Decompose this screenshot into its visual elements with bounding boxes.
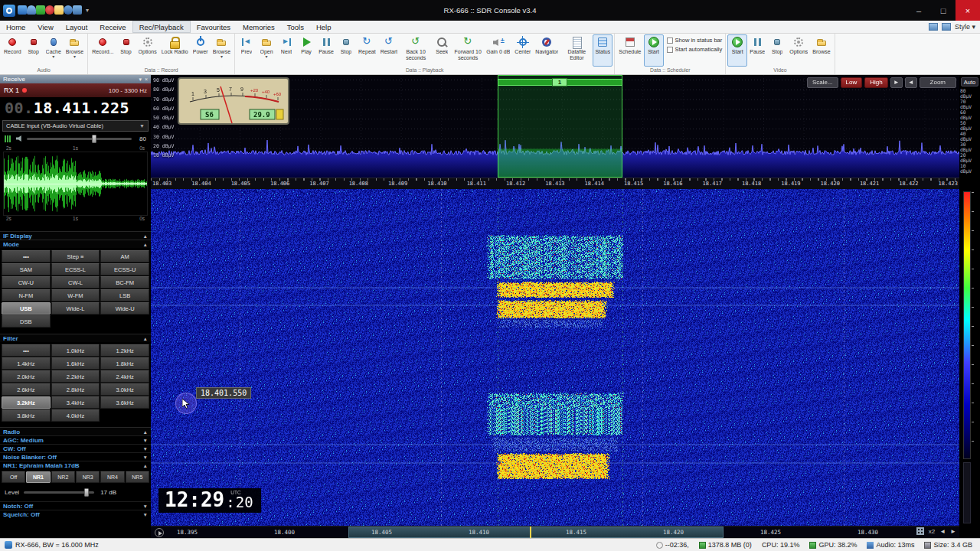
mode-button[interactable]: Wide-U — [100, 302, 149, 315]
ribbon-button-center[interactable]: Center — [512, 34, 533, 67]
ribbon-button-power[interactable]: Power — [191, 34, 211, 67]
filter-button[interactable]: 2.8kHz — [51, 383, 100, 396]
mode-button[interactable]: DSB — [2, 315, 51, 328]
section-if-display[interactable]: IF Display▲ — [0, 231, 151, 240]
collapse-icon[interactable]: ▼ — [143, 504, 148, 509]
panel-close-icon[interactable]: × — [145, 77, 148, 83]
ribbon-button-gain-0-db[interactable]: Gain 0 dB — [484, 34, 512, 67]
speaker-icon[interactable] — [16, 135, 23, 142]
mode-button[interactable]: Step ≡ — [51, 250, 100, 262]
ribbon-button-pause[interactable]: Pause — [316, 34, 336, 67]
mode-button[interactable]: W-FM — [51, 289, 100, 302]
quickaccess-caret-icon[interactable]: ▾ — [86, 7, 89, 14]
radio-option-row[interactable]: Noise Blanker: Off▼ — [0, 452, 151, 461]
monitor-icon[interactable] — [18, 5, 27, 15]
filter-button[interactable]: 3.0kHz — [100, 383, 149, 396]
record-icon[interactable] — [45, 5, 54, 15]
mode-button[interactable]: LSB — [100, 289, 149, 302]
collapse-icon[interactable]: ▼ — [143, 446, 148, 452]
ribbon-button-prev[interactable]: Prev — [237, 34, 256, 67]
users-icon[interactable] — [27, 5, 36, 15]
filter-button[interactable]: 4.0kHz — [51, 409, 100, 422]
overview-prev-icon[interactable]: ◄ — [939, 528, 946, 535]
mode-button[interactable]: ••• — [2, 250, 51, 262]
collapse-icon[interactable]: ▲ — [143, 463, 148, 468]
nr-level-slider-thumb[interactable] — [84, 488, 89, 497]
checkbox-start-automatically[interactable]: Start automatically — [667, 46, 723, 53]
filter-button[interactable]: 2.4kHz — [100, 370, 149, 383]
selection-tag[interactable]: 1 — [552, 78, 567, 86]
radio-option-row[interactable]: CW: Off▼ — [0, 444, 151, 452]
ribbon-button-back-10-seconds[interactable]: Back 10 seconds — [400, 34, 432, 67]
ribbon-button-cache[interactable]: Cache▾ — [44, 34, 64, 67]
ribbon-button-status[interactable]: Status — [593, 34, 612, 67]
ribbon-button-next[interactable]: Next — [276, 34, 296, 67]
menu-item[interactable]: Rec/Playback — [132, 21, 191, 33]
ribbon-button-pause[interactable]: Pause — [747, 34, 767, 67]
mode-button[interactable]: Wide-L — [51, 302, 100, 315]
radio-option-row[interactable]: Notch: Off▼ — [0, 501, 151, 510]
filter-button[interactable]: 3.8kHz — [2, 409, 51, 422]
noise-reduction-button[interactable]: NR5 — [126, 471, 149, 483]
audio-device-select[interactable]: CABLE Input (VB-Audio Virtual Cable) ▼ — [2, 120, 149, 132]
menu-item[interactable]: Help — [310, 21, 338, 33]
collapse-icon[interactable]: ▼ — [143, 438, 148, 443]
noise-reduction-button[interactable]: NR4 — [100, 471, 124, 483]
folder-icon[interactable] — [54, 5, 64, 15]
section-mode[interactable]: Mode▲ — [0, 240, 151, 248]
filter-button[interactable]: 3.2kHz — [2, 396, 51, 409]
menu-item[interactable]: Favourites — [191, 21, 237, 33]
ribbon-button-record[interactable]: Record... — [90, 34, 116, 67]
spectrum-toolbar-button[interactable]: ◄ — [905, 77, 917, 88]
filter-button[interactable]: 1.2kHz — [100, 344, 149, 357]
minimize-button[interactable]: – — [906, 0, 931, 21]
menu-item[interactable]: Home — [0, 21, 31, 33]
checkbox-show-in-status-bar[interactable]: Show in status bar — [667, 37, 723, 44]
menu-item[interactable]: Memories — [237, 21, 281, 33]
filter-button[interactable]: 2.0kHz — [2, 370, 51, 383]
ribbon-button-browse[interactable]: Browse▾ — [211, 34, 233, 67]
ribbon-button-start[interactable]: Start — [644, 34, 664, 67]
nr-level-slider[interactable] — [24, 491, 94, 494]
noise-reduction-button[interactable]: Off — [2, 471, 25, 483]
overview-grid-icon[interactable] — [916, 527, 924, 535]
collapse-icon[interactable]: ▲ — [143, 242, 148, 247]
volume-slider-thumb[interactable] — [92, 135, 96, 143]
checkbox-box-icon[interactable] — [667, 47, 673, 53]
noise-reduction-button[interactable]: NR1 — [26, 471, 50, 483]
collapse-icon[interactable]: ▲ — [143, 429, 148, 435]
mode-button[interactable]: ECSS-L — [51, 263, 100, 276]
ribbon-button-repeat[interactable]: Repeat — [356, 34, 378, 67]
mode-button[interactable]: SAM — [2, 263, 51, 276]
ribbon-button-record[interactable]: Record — [2, 34, 24, 67]
spectrum-toolbar-button[interactable]: Zoom — [920, 77, 956, 88]
checkbox-box-icon[interactable] — [667, 37, 673, 44]
ribbon-button-options[interactable]: Options — [787, 34, 810, 67]
style-menu[interactable]: Style ▾ — [955, 23, 975, 31]
panel-pin-icon[interactable]: ▾ — [139, 77, 142, 83]
frequency-display[interactable]: 00.18.411.225 — [0, 97, 151, 118]
ribbon-button-navigator[interactable]: Navigator — [533, 34, 560, 67]
ribbon-button-play[interactable]: Play — [296, 34, 316, 67]
mode-button[interactable]: ECSS-U — [100, 263, 149, 276]
filter-button[interactable]: ••• — [2, 344, 51, 357]
collapse-icon[interactable]: ▲ — [143, 233, 148, 239]
mode-button[interactable]: BC-FM — [100, 276, 149, 289]
waterfall-display[interactable] — [151, 189, 959, 526]
ribbon-button-browse[interactable]: Browse — [810, 34, 832, 67]
filter-button[interactable]: 3.6kHz — [100, 396, 149, 409]
ribbon-button-lock-radio[interactable]: Lock Radio — [159, 34, 191, 67]
frequency-ruler[interactable]: 18.40318.40418.40518.40618.40718.40818.4… — [151, 178, 959, 189]
collapse-icon[interactable]: ▲ — [143, 336, 148, 341]
ribbon-button-stop[interactable]: Stop — [116, 34, 136, 67]
ribbon-button-open[interactable]: Open▾ — [256, 34, 276, 67]
section-filter[interactable]: Filter▲ — [0, 334, 151, 342]
audio-icon[interactable] — [36, 5, 45, 15]
ribbon-button-start[interactable]: Start — [727, 34, 747, 67]
mode-button[interactable]: AM — [100, 250, 149, 262]
noise-reduction-button[interactable]: NR2 — [51, 471, 75, 483]
ribbon-button-schedule[interactable]: Schedule — [616, 34, 643, 67]
spectrum-toolbar-button[interactable]: Low — [841, 77, 863, 88]
close-button[interactable]: × — [956, 0, 980, 21]
spectrum-toolbar-button[interactable]: High — [864, 77, 887, 88]
